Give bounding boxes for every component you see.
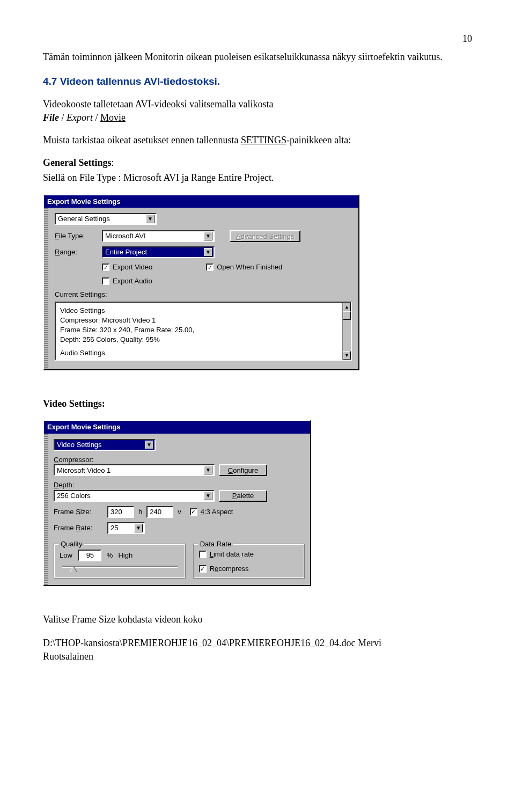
text: Videokooste talletetaan AVI-videoksi val… xyxy=(43,99,273,109)
checkbox-label: 4:3 Aspect xyxy=(201,507,233,517)
file-type-label: File Type: xyxy=(55,231,98,241)
menu-file: File xyxy=(43,112,59,123)
quality-slider[interactable] xyxy=(60,564,180,573)
depth-label: Depth: xyxy=(54,480,305,490)
checkbox-label: Limit data rate xyxy=(210,550,254,559)
quality-high-label: High xyxy=(118,551,133,560)
open-when-finished-checkbox[interactable]: ✓Open When Finished xyxy=(206,262,282,272)
section-dropdown[interactable]: General Settings ▼ xyxy=(55,213,157,225)
scroll-down-icon[interactable]: ▼ xyxy=(343,351,351,360)
decorative-strip xyxy=(44,434,48,585)
compressor-label: Compressor: xyxy=(54,455,305,465)
general-settings-label: General Settings: xyxy=(43,156,472,169)
current-settings-label: Current Settings: xyxy=(55,290,352,299)
groupbox-legend: Quality xyxy=(58,539,84,549)
text: -painikkeen alta: xyxy=(286,135,351,145)
text: General Settings xyxy=(43,157,112,168)
scroll-thumb[interactable] xyxy=(343,311,351,320)
dropdown-value: 25 xyxy=(111,523,118,533)
text: : xyxy=(112,157,114,168)
input-value: 240 xyxy=(150,507,161,517)
settings-line: Depth: 256 Colors, Quality: 95% xyxy=(60,335,347,345)
groupbox-legend: Data Rate xyxy=(198,539,234,549)
paragraph-frame-size: Valitse Frame Size kohdasta videon koko xyxy=(43,613,472,626)
file-type-dropdown[interactable]: Microsoft AVI ▼ xyxy=(102,230,215,242)
chevron-down-icon[interactable]: ▼ xyxy=(204,492,212,500)
input-value: 95 xyxy=(86,551,94,560)
label-h: h xyxy=(138,507,142,517)
paragraph-file-type: Siellä on File Type : Microsoft AVI ja R… xyxy=(43,171,472,184)
dropdown-value: Entire Project xyxy=(105,247,147,257)
section-heading: 4.7 Videon tallennus AVI-tiedostoksi. xyxy=(43,75,472,89)
page-number: 10 xyxy=(43,32,472,45)
slider-thumb-icon[interactable] xyxy=(70,567,77,572)
frame-rate-dropdown[interactable]: 25 ▼ xyxy=(107,522,145,534)
paragraph-intro: Tämän toiminnon jälkeen Monitorin oikean… xyxy=(43,50,472,63)
current-settings-box: Video Settings Compressor: Microsoft Vid… xyxy=(55,302,352,361)
settings-ref: SETTINGS xyxy=(241,135,286,145)
settings-line: Video Settings xyxy=(60,306,347,316)
chevron-down-icon[interactable]: ▼ xyxy=(145,441,153,449)
checkbox-label: Export Audio xyxy=(113,276,152,286)
settings-line: Frame Size: 320 x 240, Frame Rate: 25.00… xyxy=(60,325,347,335)
range-label: Range: xyxy=(55,247,98,257)
export-audio-checkbox[interactable]: Export Audio xyxy=(102,276,152,286)
quality-low-label: Low xyxy=(60,551,72,560)
dropdown-value: Video Settings xyxy=(57,440,102,450)
dropdown-value: General Settings xyxy=(58,214,110,224)
sep: / xyxy=(59,112,67,123)
chevron-down-icon[interactable]: ▼ xyxy=(204,232,212,240)
dropdown-value: Microsoft AVI xyxy=(105,231,146,241)
limit-data-rate-checkbox[interactable]: Limit data rate xyxy=(199,550,299,559)
settings-line: Audio Settings xyxy=(60,348,347,358)
text: Muista tarkistaa oikeat asetukset ennen … xyxy=(43,135,241,145)
paragraph-settings-note: Muista tarkistaa oikeat asetukset ennen … xyxy=(43,134,472,147)
scrollbar[interactable]: ▲ ▼ xyxy=(342,303,351,360)
quality-input[interactable]: 95 xyxy=(78,550,101,561)
export-settings-dialog-general: Export Movie Settings General Settings ▼… xyxy=(43,194,359,370)
footer-path: D:\THOP-kansiosta\PREMIEROHJE16_02_04\PR… xyxy=(43,637,472,663)
menu-export: Export xyxy=(67,112,93,123)
percent-label: % xyxy=(107,551,113,560)
dropdown-value: 256 Colors xyxy=(57,491,91,501)
input-value: 320 xyxy=(111,507,122,517)
chevron-down-icon[interactable]: ▼ xyxy=(204,248,212,257)
configure-button[interactable]: Configure xyxy=(219,464,267,476)
dialog-title: Export Movie Settings xyxy=(44,421,310,434)
compressor-dropdown[interactable]: Microsoft Video 1 ▼ xyxy=(54,464,215,476)
frame-size-label: Frame Size: xyxy=(54,507,103,517)
advanced-settings-button: Advanced Settings xyxy=(230,230,300,242)
recompress-checkbox[interactable]: ✓Recompress xyxy=(199,564,299,574)
depth-dropdown[interactable]: 256 Colors ▼ xyxy=(54,490,215,502)
footer-line: D:\THOP-kansiosta\PREMIEROHJE16_02_04\PR… xyxy=(43,638,381,648)
sep: / xyxy=(93,112,100,123)
dropdown-value: Microsoft Video 1 xyxy=(57,466,111,476)
section-dropdown[interactable]: Video Settings ▼ xyxy=(54,439,156,451)
settings-line: Compressor: Microsoft Video 1 xyxy=(60,316,347,325)
label-v: v xyxy=(178,507,181,517)
paragraph-menu-path: Videokooste talletetaan AVI-videoksi val… xyxy=(43,98,472,124)
dialog-title: Export Movie Settings xyxy=(44,195,358,208)
palette-button[interactable]: Palette xyxy=(219,490,267,502)
scroll-up-icon[interactable]: ▲ xyxy=(343,303,351,311)
chevron-down-icon[interactable]: ▼ xyxy=(134,524,143,532)
data-rate-groupbox: Data Rate Limit data rate ✓Recompress xyxy=(193,544,305,579)
video-settings-heading: Video Settings: xyxy=(43,397,472,410)
checkbox-label: Export Video xyxy=(113,262,152,272)
footer-line: Ruotsalainen xyxy=(43,651,93,662)
chevron-down-icon[interactable]: ▼ xyxy=(204,466,212,474)
frame-height-input[interactable]: 240 xyxy=(146,506,173,518)
menu-movie: Movie xyxy=(100,112,126,123)
checkbox-label: Recompress xyxy=(210,564,249,574)
export-settings-dialog-video: Export Movie Settings Video Settings ▼ C… xyxy=(43,420,311,586)
export-video-checkbox[interactable]: ✓Export Video xyxy=(102,262,152,272)
frame-rate-label: Frame Rate: xyxy=(54,523,103,533)
checkbox-label: Open When Finished xyxy=(217,262,282,272)
range-dropdown[interactable]: Entire Project ▼ xyxy=(102,246,215,258)
frame-width-input[interactable]: 320 xyxy=(107,506,134,518)
aspect-checkbox[interactable]: ✓4:3 Aspect xyxy=(190,507,233,517)
decorative-strip xyxy=(44,208,48,369)
quality-groupbox: Quality Low 95 % High xyxy=(54,544,186,579)
chevron-down-icon[interactable]: ▼ xyxy=(146,215,154,223)
